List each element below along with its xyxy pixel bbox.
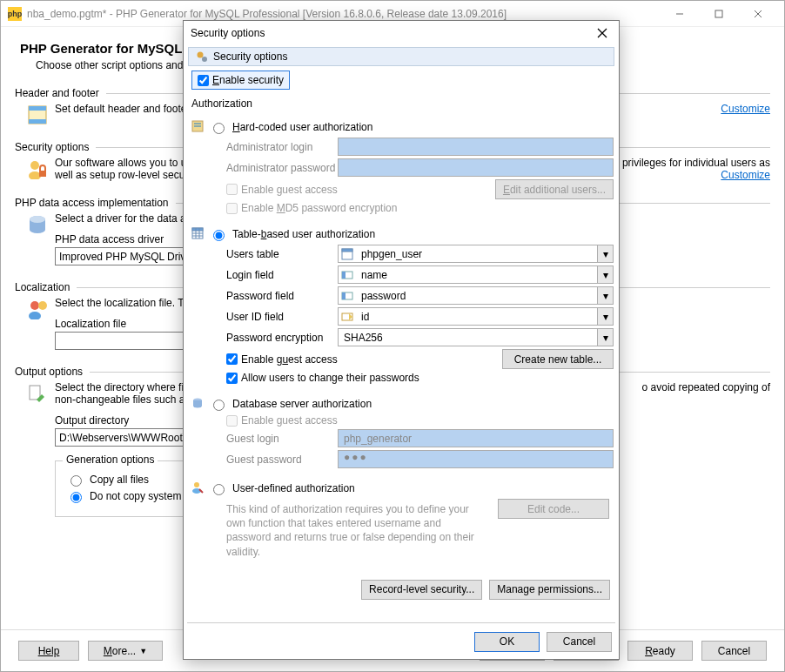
ready-button[interactable]: Ready: [627, 641, 693, 661]
radio-copy-all[interactable]: [70, 475, 82, 487]
localization-icon: [27, 299, 48, 319]
users-table-combo[interactable]: phpgen_user▾: [338, 245, 614, 263]
guest-login-label: Guest login: [226, 433, 338, 445]
dialog-ok-button[interactable]: OK: [474, 632, 540, 652]
authorization-label: Authorization: [191, 97, 614, 110]
radio-table-based-label: Table-based user authorization: [232, 228, 375, 240]
radio-db-server-label: Database server authorization: [232, 398, 372, 410]
security-customize-link[interactable]: Customize: [721, 169, 770, 181]
manage-permissions-button[interactable]: Manage permissions...: [489, 580, 610, 600]
table-based-icon: [191, 227, 204, 239]
svg-point-8: [30, 216, 45, 223]
header-footer-icon: [27, 104, 48, 125]
section-php-title: PHP data access implementation: [15, 197, 169, 209]
maximize-button[interactable]: [699, 2, 738, 26]
chevron-down-icon[interactable]: ▾: [597, 329, 613, 346]
enable-security-checkbox[interactable]: Enable security: [198, 74, 284, 86]
table-enable-guest-checkbox[interactable]: Enable guest access: [226, 353, 338, 366]
db-enable-guest-checkbox: Enable guest access: [226, 414, 338, 427]
admin-password-input: [338, 158, 614, 177]
more-button[interactable]: More...▼: [88, 641, 163, 661]
record-level-security-button[interactable]: Record-level security...: [361, 580, 482, 600]
header-footer-customize-link[interactable]: Customize: [721, 103, 770, 115]
dialog-title: Security options: [191, 27, 265, 39]
security-options-dialog: Security options Security options Enable…: [183, 20, 620, 660]
close-button[interactable]: [738, 2, 777, 26]
window-title: nba_demo.pgtm* - PHP Generator for MySQL…: [27, 8, 507, 20]
output-desc-right: o avoid repeated copying of: [642, 381, 770, 406]
section-output-title: Output options: [15, 366, 83, 378]
svg-rect-2: [29, 106, 46, 111]
guest-password-label: Guest password: [226, 454, 338, 466]
svg-point-13: [198, 52, 204, 58]
userid-field-label: User ID field: [226, 311, 338, 323]
gears-icon: [196, 50, 208, 63]
svg-point-5: [29, 171, 41, 179]
hardcoded-enable-guest-checkbox: Enable guest access: [226, 184, 338, 196]
svg-rect-29: [342, 272, 346, 279]
header-footer-desc: Set default header and foote: [55, 103, 186, 115]
svg-rect-19: [192, 228, 203, 231]
password-enc-combo[interactable]: SHA256▾: [338, 328, 614, 346]
admin-login-label: Administrator login: [226, 141, 338, 153]
chevron-down-icon[interactable]: ▾: [597, 287, 613, 304]
help-button[interactable]: Help: [18, 641, 79, 661]
radio-user-defined[interactable]: [213, 484, 225, 495]
user-defined-icon: [191, 481, 204, 494]
radio-hardcoded-label: Hard-coded user authorization: [232, 121, 372, 133]
security-icon: [27, 158, 48, 179]
section-security-title: Security options: [15, 141, 89, 153]
password-enc-label: Password encryption: [226, 332, 338, 344]
login-field-combo[interactable]: name▾: [338, 265, 614, 284]
radio-hardcoded[interactable]: [213, 123, 225, 134]
svg-point-9: [30, 301, 39, 310]
admin-password-label: Administrator password: [226, 162, 338, 174]
dialog-close-button[interactable]: [593, 24, 612, 43]
chevron-down-icon[interactable]: ▾: [597, 245, 613, 262]
svg-rect-25: [342, 249, 352, 252]
section-header-footer-title: Header and footer: [15, 87, 99, 99]
minimize-button[interactable]: [660, 2, 699, 26]
chevron-down-icon[interactable]: ▾: [597, 266, 613, 283]
dialog-tab-label: Security options: [213, 50, 287, 63]
radio-user-defined-label: User-defined authorization: [232, 482, 355, 494]
section-localization-title: Localization: [15, 281, 70, 293]
radio-copy-all-label: Copy all files: [90, 474, 149, 486]
create-new-table-button[interactable]: Create new table...: [502, 349, 614, 369]
user-defined-desc: This kind of authorization requires you …: [226, 502, 487, 559]
chevron-down-icon[interactable]: ▾: [597, 308, 613, 325]
login-field-label: Login field: [226, 269, 338, 281]
edit-additional-users-button: Edit additional users...: [495, 179, 614, 199]
guest-login-input: php_generator: [338, 429, 614, 447]
database-icon: [27, 214, 48, 235]
userid-field-combo[interactable]: id▾: [338, 307, 614, 326]
radio-no-system[interactable]: [70, 492, 82, 503]
admin-login-input: [338, 138, 614, 156]
radio-table-based[interactable]: [213, 230, 225, 241]
db-server-icon: [191, 397, 204, 409]
svg-rect-16: [194, 123, 201, 124]
svg-point-10: [29, 312, 41, 319]
users-table-label: Users table: [226, 248, 338, 260]
output-icon: [27, 383, 48, 404]
hardcoded-icon: [191, 120, 204, 132]
dialog-titlebar: Security options: [184, 21, 619, 45]
svg-point-4: [30, 161, 39, 170]
output-desc-left: Select the directory where fil non-chang…: [55, 381, 190, 406]
dialog-cancel-button[interactable]: Cancel: [547, 632, 612, 652]
security-desc-left: Our software allows you to u well as set…: [55, 157, 188, 181]
dialog-tab-security[interactable]: Security options: [188, 47, 614, 66]
svg-point-14: [202, 57, 207, 62]
radio-db-server[interactable]: [213, 400, 225, 411]
svg-point-34: [194, 482, 199, 487]
cancel-button[interactable]: Cancel: [701, 641, 767, 661]
enable-md5-checkbox: Enable MD5 password encryption: [226, 202, 397, 214]
allow-change-password-checkbox[interactable]: Allow users to change their passwords: [226, 372, 419, 384]
svg-rect-6: [39, 171, 46, 177]
app-icon: php: [8, 7, 22, 21]
svg-point-11: [38, 301, 47, 310]
password-field-combo[interactable]: password▾: [338, 286, 614, 305]
guest-password-input: ●●●: [338, 450, 614, 468]
svg-rect-17: [194, 125, 201, 127]
svg-rect-0: [715, 10, 722, 17]
